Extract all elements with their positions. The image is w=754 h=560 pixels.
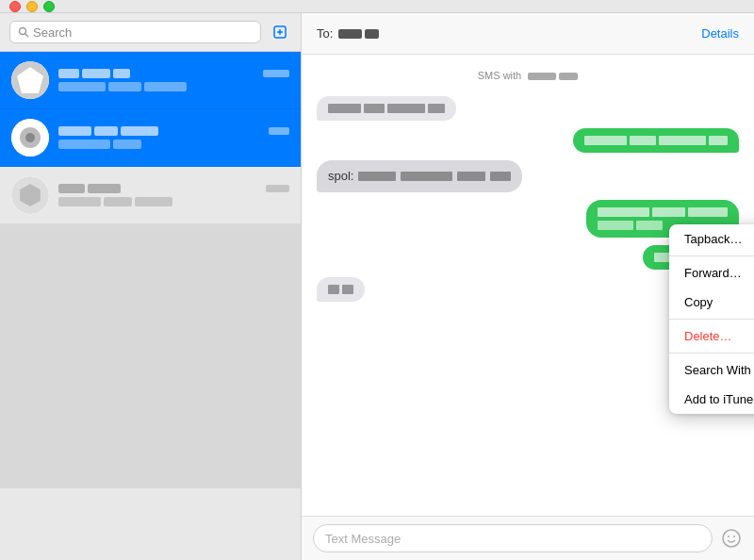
context-menu-copy[interactable]: Copy xyxy=(669,288,754,317)
message-bubble[interactable] xyxy=(317,277,365,302)
chat-messages[interactable]: SMS with xyxy=(302,55,754,516)
maximize-button[interactable] xyxy=(43,1,55,12)
context-menu-tapback[interactable]: Tapback… xyxy=(669,224,754,254)
context-menu: Tapback… Forward… Copy Delete… Search Wi… xyxy=(669,224,754,414)
chat-header: To: Details xyxy=(302,13,754,55)
context-menu-divider xyxy=(669,353,754,354)
avatar xyxy=(11,176,49,214)
sms-label: SMS with xyxy=(317,70,739,81)
avatar xyxy=(11,119,49,156)
context-menu-delete[interactable]: Delete… xyxy=(669,321,754,351)
context-message-bubble[interactable]: spol: xyxy=(317,160,522,192)
svg-point-6 xyxy=(728,535,729,537)
app-container: Search xyxy=(0,13,754,560)
message-row xyxy=(317,96,739,121)
text-message-input[interactable]: Text Message xyxy=(313,524,713,552)
message-bubble[interactable] xyxy=(317,96,456,121)
sidebar-header: Search xyxy=(0,13,301,52)
conversation-content xyxy=(58,184,289,206)
to-label: To: xyxy=(317,26,333,41)
context-menu-add-itunes[interactable]: Add to iTunes as a Spoken Track xyxy=(669,385,754,414)
minimize-button[interactable] xyxy=(26,1,38,12)
message-row: spol: xyxy=(317,160,739,192)
context-menu-forward[interactable]: Forward… xyxy=(669,258,754,288)
sidebar: Search xyxy=(0,13,302,560)
chat-panel: To: Details SMS with xyxy=(302,13,754,560)
conversation-content xyxy=(58,69,289,91)
sidebar-empty xyxy=(0,224,301,488)
conversation-item[interactable] xyxy=(0,167,301,224)
conversation-item[interactable] xyxy=(0,52,301,109)
svg-point-7 xyxy=(733,535,735,537)
context-menu-search-google[interactable]: Search With Google xyxy=(669,355,754,385)
conversation-list xyxy=(0,52,301,560)
search-icon xyxy=(18,26,29,38)
close-button[interactable] xyxy=(9,1,21,12)
message-bubble[interactable] xyxy=(573,128,739,153)
avatar xyxy=(11,61,49,99)
conversation-item[interactable] xyxy=(0,109,301,167)
context-menu-divider xyxy=(669,319,754,320)
search-bar[interactable]: Search xyxy=(9,21,261,43)
svg-line-1 xyxy=(25,34,29,38)
svg-point-0 xyxy=(20,28,26,35)
compose-button[interactable] xyxy=(269,21,291,43)
emoji-button[interactable] xyxy=(720,527,743,550)
chat-input-area: Text Message xyxy=(302,516,754,560)
details-button[interactable]: Details xyxy=(701,26,739,41)
context-menu-divider xyxy=(669,255,754,256)
conversation-content xyxy=(58,126,289,149)
search-label: Search xyxy=(33,25,72,40)
svg-point-5 xyxy=(723,530,740,547)
title-bar xyxy=(0,0,754,13)
text-message-placeholder: Text Message xyxy=(325,532,401,546)
message-row xyxy=(317,128,739,153)
